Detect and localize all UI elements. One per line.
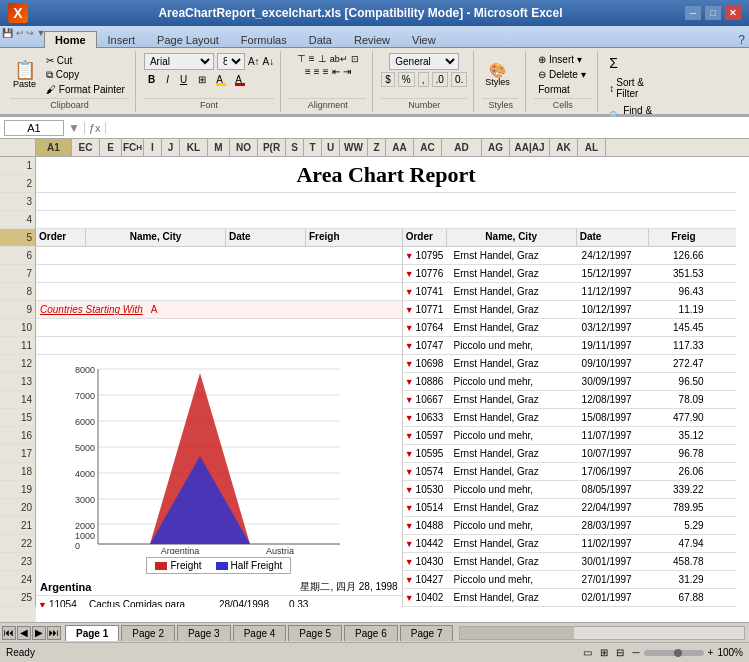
- col-header-i[interactable]: I: [144, 139, 162, 156]
- border-button[interactable]: ⊞: [194, 72, 210, 87]
- sort-filter-button[interactable]: ↕Sort &Filter: [606, 75, 647, 101]
- decrease-decimal-button[interactable]: 0.: [451, 72, 467, 87]
- sheet-tab-page6[interactable]: Page 6: [344, 625, 398, 641]
- col-header-u[interactable]: U: [322, 139, 340, 156]
- zoom-in-button[interactable]: +: [708, 647, 714, 658]
- scrollbar-thumb[interactable]: [460, 627, 573, 639]
- comma2-button[interactable]: ,: [418, 72, 429, 87]
- col-header-ag[interactable]: AG: [482, 139, 510, 156]
- col-header-t[interactable]: T: [304, 139, 322, 156]
- col-header-a1[interactable]: A1: [36, 139, 72, 156]
- bold-button[interactable]: B: [144, 72, 159, 87]
- zoom-thumb[interactable]: [674, 649, 682, 657]
- indent-increase-button[interactable]: ⇥: [343, 66, 351, 77]
- col-header-aa[interactable]: AA: [386, 139, 414, 156]
- col-header-z[interactable]: Z: [368, 139, 386, 156]
- col-header-pr[interactable]: P(R: [258, 139, 286, 156]
- view-break-icon[interactable]: ⊟: [616, 647, 624, 658]
- col-header-kl[interactable]: KL: [180, 139, 208, 156]
- view-normal-icon[interactable]: ▭: [583, 647, 592, 658]
- indent-decrease-button[interactable]: ⇤: [332, 66, 340, 77]
- font-color-button[interactable]: A: [232, 73, 248, 87]
- view-layout-icon[interactable]: ⊞: [600, 647, 608, 658]
- dropdown-icon[interactable]: ▼: [68, 121, 80, 135]
- wrap-text-button[interactable]: ab↵: [330, 54, 348, 64]
- col-header-j[interactable]: J: [162, 139, 180, 156]
- number-format-select[interactable]: General: [389, 53, 459, 70]
- merge-button[interactable]: ⊡: [351, 54, 359, 64]
- zoom-slider[interactable]: [644, 650, 704, 656]
- help-icon[interactable]: ?: [738, 33, 745, 47]
- align-top-button[interactable]: ⊤: [297, 53, 306, 64]
- col-header-no[interactable]: NO: [230, 139, 258, 156]
- sum-button[interactable]: Σ: [606, 53, 634, 73]
- name-box[interactable]: [4, 120, 64, 136]
- last-sheet-button[interactable]: ⏭: [47, 626, 61, 640]
- comma-button[interactable]: %: [398, 72, 415, 87]
- increase-decimal-button[interactable]: .0: [432, 72, 448, 87]
- next-sheet-button[interactable]: ▶: [32, 626, 46, 640]
- sheet-tab-page7[interactable]: Page 7: [400, 625, 454, 641]
- align-center-button[interactable]: ≡: [314, 66, 320, 77]
- sheet-tab-page5[interactable]: Page 5: [288, 625, 342, 641]
- col-header-m[interactable]: M: [208, 139, 230, 156]
- paste-button[interactable]: 📋 Paste: [10, 59, 39, 91]
- col-header-ac[interactable]: AC: [414, 139, 442, 156]
- percent-button[interactable]: $: [381, 72, 395, 87]
- tab-nav-arrows[interactable]: ⏮ ◀ ▶ ⏭: [2, 626, 61, 640]
- styles-button[interactable]: 🎨 Styles: [482, 61, 513, 89]
- col-header-fch[interactable]: FCH: [122, 139, 144, 156]
- sheet-tab-page1[interactable]: Page 1: [65, 625, 119, 641]
- tab-review[interactable]: Review: [343, 31, 401, 48]
- quick-access-bar[interactable]: 💾 ↩ ↪ ▼: [2, 28, 45, 38]
- close-button[interactable]: ✕: [725, 6, 741, 20]
- window-controls[interactable]: ─ □ ✕: [685, 6, 741, 20]
- sheet-tab-page2[interactable]: Page 2: [121, 625, 175, 641]
- col-header-ak[interactable]: AK: [550, 139, 578, 156]
- align-bottom-button[interactable]: ⊥: [318, 53, 327, 64]
- align-middle-button[interactable]: ≡: [309, 53, 315, 64]
- sheet-tab-page3[interactable]: Page 3: [177, 625, 231, 641]
- increase-font-button[interactable]: A↑: [248, 56, 260, 67]
- copy-button[interactable]: ⧉ Copy: [42, 68, 129, 82]
- grid-content[interactable]: Area Chart Report Order Name, City Date: [36, 157, 749, 622]
- first-sheet-button[interactable]: ⏮: [2, 626, 16, 640]
- right-row-8-order: 10667: [416, 394, 454, 405]
- formula-input[interactable]: [110, 122, 745, 134]
- decrease-font-button[interactable]: A↓: [263, 56, 275, 67]
- tab-formulas[interactable]: Formulas: [230, 31, 298, 48]
- col-header-s[interactable]: S: [286, 139, 304, 156]
- zoom-out-button[interactable]: ─: [632, 647, 639, 658]
- delete-cells-button[interactable]: ⊖ Delete ▾: [534, 68, 589, 81]
- col-header-ww[interactable]: WW: [340, 139, 368, 156]
- maximize-button[interactable]: □: [705, 6, 721, 20]
- col-header-e[interactable]: E: [100, 139, 122, 156]
- tab-page-layout[interactable]: Page Layout: [146, 31, 230, 48]
- tab-home[interactable]: Home: [44, 31, 97, 48]
- report-title: Area Chart Report: [296, 162, 475, 188]
- tab-data[interactable]: Data: [298, 31, 343, 48]
- minimize-button[interactable]: ─: [685, 6, 701, 20]
- underline-button[interactable]: U: [176, 72, 191, 87]
- sheet-tab-page4[interactable]: Page 4: [233, 625, 287, 641]
- prev-sheet-button[interactable]: ◀: [17, 626, 31, 640]
- tab-view[interactable]: View: [401, 31, 447, 48]
- col-header-aaaj[interactable]: AA|AJ: [510, 139, 550, 156]
- fill-color-button[interactable]: A: [213, 73, 229, 87]
- tab-insert[interactable]: Insert: [97, 31, 147, 48]
- italic-button[interactable]: I: [162, 72, 173, 87]
- insert-cells-button[interactable]: ⊕ Insert ▾: [534, 53, 586, 66]
- font-name-select[interactable]: Arial: [144, 53, 214, 70]
- col-header-ec[interactable]: EC: [72, 139, 100, 156]
- horizontal-scrollbar[interactable]: [459, 626, 745, 640]
- insert-function-icon[interactable]: ƒx: [84, 122, 106, 134]
- format-cells-button[interactable]: Format: [534, 83, 574, 96]
- col-header-ad[interactable]: AD: [442, 139, 482, 156]
- format-painter-button[interactable]: 🖌 Format Painter: [42, 83, 129, 96]
- align-left-button[interactable]: ≡: [305, 66, 311, 77]
- align-right-button[interactable]: ≡: [323, 66, 329, 77]
- col-header-al[interactable]: AL: [578, 139, 606, 156]
- cut-button[interactable]: ✂ Cut: [42, 54, 129, 67]
- font-size-select[interactable]: 8: [217, 53, 245, 70]
- right-data-row-10: ▼ 10597 Piccolo und mehr, 11/07/1997 35.…: [403, 427, 736, 445]
